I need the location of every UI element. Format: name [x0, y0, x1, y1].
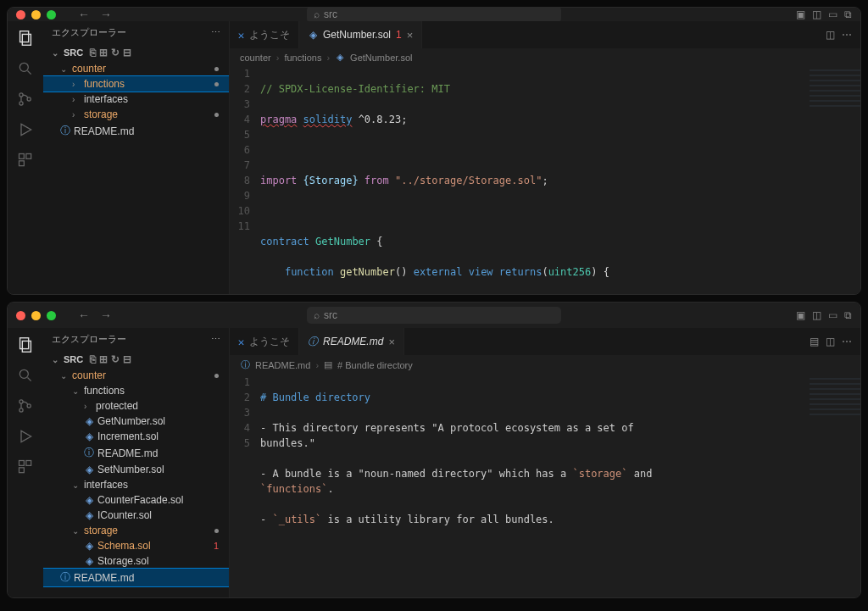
minimize-window-button[interactable]	[31, 10, 41, 19]
folder-functions[interactable]: ⌄functions	[43, 383, 229, 398]
explorer-icon[interactable]	[15, 28, 36, 48]
run-debug-icon[interactable]	[15, 119, 36, 140]
root-folder[interactable]: SRC	[64, 47, 83, 58]
titlebar: ← → ⌕ src ▣ ◫ ▭ ⧉	[8, 8, 860, 21]
minimap[interactable]	[810, 375, 860, 417]
close-tab-icon[interactable]: ×	[407, 29, 414, 42]
folder-storage[interactable]: ⌄storage	[43, 523, 229, 538]
split-editor-icon[interactable]: ◫	[826, 29, 835, 41]
new-folder-icon[interactable]: ⊞	[99, 353, 108, 365]
file-readme[interactable]: ⓘREADME.md	[43, 122, 229, 140]
folder-storage[interactable]: ›storage	[43, 107, 229, 122]
file-getnumber[interactable]: ◈GetNumber.sol	[43, 414, 229, 429]
command-center-search[interactable]: ⌕ src	[307, 307, 561, 324]
modified-indicator-icon	[214, 374, 219, 378]
extensions-icon[interactable]	[15, 150, 36, 170]
titlebar: ← → ⌕ src ▣ ◫ ▭ ⧉	[8, 303, 860, 328]
minimize-window-button[interactable]	[31, 311, 41, 320]
file-increment[interactable]: ◈Increment.sol	[43, 429, 229, 444]
svg-rect-12	[22, 341, 31, 352]
layout-toggle-2-icon[interactable]: ◫	[812, 8, 821, 20]
source-control-icon[interactable]	[15, 396, 36, 416]
nav-back-button[interactable]: ←	[78, 8, 90, 21]
tab-more-icon[interactable]: ⋯	[842, 29, 852, 41]
breadcrumb[interactable]: ⓘREADME.md› ▤# Bundle directory	[230, 355, 860, 375]
tab-more-icon[interactable]: ⋯	[842, 336, 852, 347]
source-control-icon[interactable]	[15, 89, 36, 109]
nav-back-button[interactable]: ←	[78, 308, 90, 322]
file-readme-root[interactable]: ⓘREADME.md	[43, 569, 229, 586]
svg-point-2	[19, 63, 28, 71]
file-setnumber[interactable]: ◈SetNumber.sol	[43, 462, 229, 477]
run-debug-icon[interactable]	[15, 426, 36, 447]
layout-toggle-1-icon[interactable]: ▣	[796, 8, 805, 20]
layout-toggle-4-icon[interactable]: ⧉	[844, 8, 852, 20]
code-content[interactable]: // SPDX-License-Identifier: MIT pragma s…	[260, 66, 860, 295]
solidity-file-icon: ◈	[84, 494, 94, 506]
folder-interfaces[interactable]: ›interfaces	[43, 92, 229, 107]
refresh-icon[interactable]: ↻	[111, 47, 120, 58]
search-view-icon[interactable]	[15, 365, 36, 386]
close-tab-icon[interactable]: ×	[388, 336, 395, 348]
layout-toggle-2-icon[interactable]: ◫	[812, 309, 821, 321]
close-window-button[interactable]	[16, 311, 25, 320]
file-readme-inner[interactable]: ⓘREADME.md	[43, 444, 229, 462]
svg-marker-18	[21, 430, 31, 442]
code-editor[interactable]: 12 3 45 # Bundle directory - This direct…	[230, 375, 860, 597]
tab-getnumber[interactable]: ◈GetNumber.sol1×	[299, 21, 422, 48]
new-file-icon[interactable]: ⎘	[90, 353, 96, 365]
maximize-window-button[interactable]	[47, 10, 56, 19]
more-actions-icon[interactable]: ⋯	[211, 334, 220, 345]
minimap[interactable]	[810, 66, 860, 108]
solidity-file-icon: ◈	[84, 464, 94, 475]
preview-icon[interactable]: ▤	[810, 336, 819, 347]
file-icounter[interactable]: ◈ICounter.sol	[43, 508, 229, 523]
tab-welcome[interactable]: ⨉ようこそ	[230, 21, 299, 48]
info-file-icon: ⓘ	[60, 124, 70, 138]
refresh-icon[interactable]: ↻	[111, 353, 120, 365]
folder-counter[interactable]: ⌄counter	[43, 61, 229, 76]
nav-forward-button[interactable]: →	[100, 8, 112, 21]
chevron-down-icon[interactable]: ⌄	[52, 48, 60, 58]
folder-functions[interactable]: ›functions	[43, 76, 229, 92]
line-gutter: 12 3 45	[230, 375, 260, 597]
activity-bar	[8, 328, 43, 597]
more-actions-icon[interactable]: ⋯	[211, 27, 220, 38]
nav-forward-button[interactable]: →	[100, 308, 112, 322]
tab-welcome[interactable]: ⨉ようこそ	[230, 328, 299, 355]
folder-counter[interactable]: ⌄counter	[43, 368, 229, 383]
file-tree: ⌄counter ⌄functions ›protected ◈GetNumbe…	[43, 368, 229, 597]
editor-group: ⨉ようこそ ◈GetNumber.sol1× ◫ ⋯ counter› func…	[230, 21, 860, 295]
root-folder[interactable]: SRC	[64, 354, 83, 364]
extensions-icon[interactable]	[15, 457, 36, 477]
layout-toggle-4-icon[interactable]: ⧉	[844, 309, 852, 321]
solidity-file-icon: ◈	[84, 540, 94, 552]
vscode-window-2: ← → ⌕ src ▣ ◫ ▭ ⧉ エクスプローラー ⋯ ⌄	[7, 302, 861, 598]
modified-indicator-icon	[214, 113, 219, 117]
folder-protected[interactable]: ›protected	[43, 398, 229, 414]
collapse-icon[interactable]: ⊟	[123, 353, 131, 365]
new-folder-icon[interactable]: ⊞	[99, 47, 108, 58]
file-schema[interactable]: ◈Schema.sol1	[43, 538, 229, 553]
maximize-window-button[interactable]	[47, 311, 56, 320]
code-editor[interactable]: 1234567891011 // SPDX-License-Identifier…	[230, 66, 860, 295]
explorer-sidebar: エクスプローラー ⋯ ⌄ SRC ⎘ ⊞ ↻ ⊟ ⌄counter ⌄funct…	[43, 328, 230, 597]
close-window-button[interactable]	[16, 10, 25, 19]
breadcrumb[interactable]: counter› functions› ◈GetNumber.sol	[230, 48, 860, 66]
svg-point-16	[19, 408, 23, 412]
chevron-down-icon[interactable]: ⌄	[52, 355, 60, 364]
layout-toggle-3-icon[interactable]: ▭	[828, 309, 837, 321]
file-storage[interactable]: ◈Storage.sol	[43, 553, 229, 569]
explorer-icon[interactable]	[15, 335, 36, 355]
new-file-icon[interactable]: ⎘	[90, 47, 96, 58]
svg-point-17	[27, 404, 31, 408]
tab-readme[interactable]: ⓘREADME.md×	[299, 328, 404, 355]
collapse-icon[interactable]: ⊟	[123, 47, 131, 58]
layout-toggle-1-icon[interactable]: ▣	[796, 309, 805, 321]
file-counterfacade[interactable]: ◈CounterFacade.sol	[43, 492, 229, 508]
folder-interfaces[interactable]: ⌄interfaces	[43, 477, 229, 492]
search-view-icon[interactable]	[15, 58, 36, 79]
layout-toggle-3-icon[interactable]: ▭	[828, 8, 837, 20]
split-editor-icon[interactable]: ◫	[826, 336, 835, 347]
code-content[interactable]: # Bundle directory - This directory repr…	[260, 375, 860, 597]
